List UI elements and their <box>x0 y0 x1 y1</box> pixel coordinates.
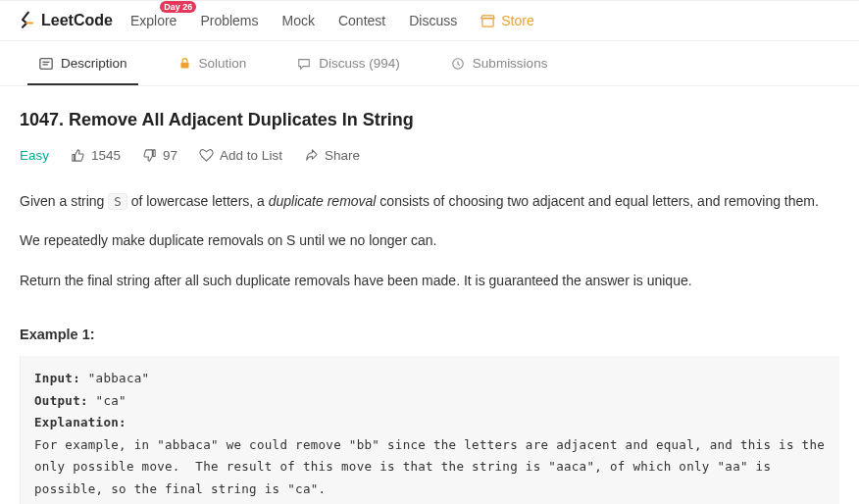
problem-content: 1047. Remove All Adjacent Duplicates In … <box>0 86 859 504</box>
comment-icon <box>297 57 311 71</box>
thumbs-down-icon <box>142 148 157 163</box>
top-nav: LeetCode Explore Day 26 Problems Mock Co… <box>0 0 859 41</box>
store-icon <box>480 14 495 28</box>
nav-mock[interactable]: Mock <box>282 13 315 28</box>
clock-icon <box>451 57 465 71</box>
p1-code: S <box>108 193 127 210</box>
difficulty-tag: Easy <box>20 148 49 163</box>
nav-explore-label: Explore <box>130 13 177 28</box>
svg-rect-1 <box>40 58 52 69</box>
p1-italic: duplicate removal <box>269 193 377 209</box>
tab-description[interactable]: Description <box>14 41 153 85</box>
nav-store-label: Store <box>501 13 533 28</box>
tab-discuss-label: Discuss (994) <box>319 56 400 71</box>
nav-contest[interactable]: Contest <box>338 13 385 28</box>
heart-icon <box>199 148 214 163</box>
p1-text-a: Given a string <box>20 193 108 209</box>
share-label: Share <box>325 148 360 163</box>
add-to-list-button[interactable]: Add to List <box>199 148 282 163</box>
like-button[interactable]: 1545 <box>71 148 121 163</box>
tab-submissions-label: Submissions <box>473 56 548 71</box>
logo-text: LeetCode <box>41 12 113 29</box>
description-p3: Return the final string after all such d… <box>20 270 839 291</box>
logo[interactable]: LeetCode <box>18 11 113 30</box>
lock-icon <box>178 57 191 70</box>
dislike-button[interactable]: 97 <box>142 148 177 163</box>
tab-submissions[interactable]: Submissions <box>426 41 574 85</box>
example-explanation-text: For example, in "abbaca" we could remove… <box>34 437 833 496</box>
example-output-label: Output: <box>34 393 96 408</box>
example-label: Example 1: <box>20 327 839 342</box>
example-explanation-label: Explanation: <box>34 415 134 429</box>
example-input-label: Input: <box>34 371 88 385</box>
add-to-list-label: Add to List <box>220 148 282 163</box>
tab-description-label: Description <box>61 56 127 71</box>
day-badge: Day 26 <box>160 1 196 13</box>
svg-rect-4 <box>180 63 188 69</box>
share-button[interactable]: Share <box>304 148 360 163</box>
example-output-value: "ca" <box>96 393 126 408</box>
share-icon <box>304 148 319 163</box>
p1-text-b: of lowercase letters, a <box>127 193 269 209</box>
description-p2: We repeatedly make duplicate removals on… <box>20 229 839 251</box>
example-block: Input: "abbaca" Output: "ca" Explanation… <box>20 356 839 504</box>
tab-discuss[interactable]: Discuss (994) <box>272 41 426 85</box>
problem-meta: Easy 1545 97 Add to List Share <box>20 148 839 163</box>
example-input-value: "abbaca" <box>88 371 150 385</box>
p1-text-c: consists of choosing two adjacent and eq… <box>376 193 818 209</box>
problem-title: 1047. Remove All Adjacent Duplicates In … <box>20 110 839 130</box>
nav-store[interactable]: Store <box>480 13 533 28</box>
nav-explore[interactable]: Explore Day 26 <box>130 13 177 28</box>
problem-tabs: Description Solution Discuss (994) Submi… <box>0 41 859 86</box>
dislike-count: 97 <box>163 148 177 163</box>
nav-problems[interactable]: Problems <box>200 13 258 28</box>
leetcode-logo-icon <box>18 11 37 30</box>
like-count: 1545 <box>91 148 121 163</box>
nav-discuss[interactable]: Discuss <box>409 13 457 28</box>
tab-solution[interactable]: Solution <box>153 41 273 85</box>
description-p1: Given a string S of lowercase letters, a… <box>20 190 839 212</box>
thumbs-up-icon <box>71 148 85 163</box>
tab-solution-label: Solution <box>199 56 247 71</box>
description-icon <box>39 57 53 71</box>
svg-rect-0 <box>482 18 493 25</box>
